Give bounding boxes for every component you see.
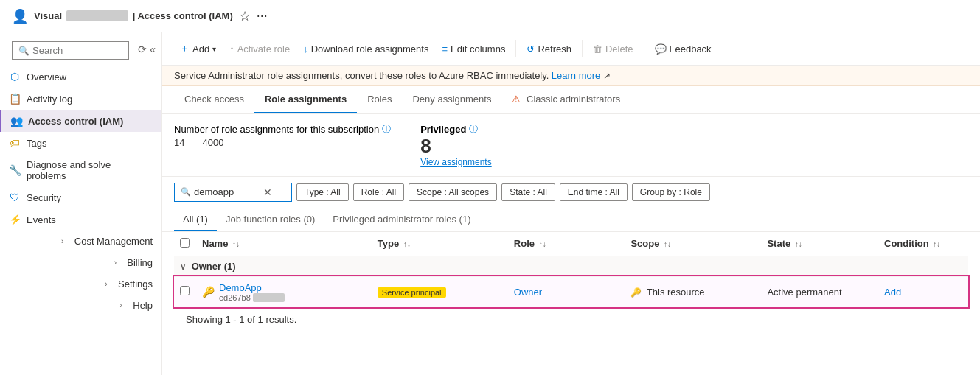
sidebar-item-security[interactable]: 🛡 Security: [0, 186, 161, 208]
sidebar-item-activity-log[interactable]: 📋 Activity log: [0, 88, 161, 110]
feedback-icon: 💬: [655, 43, 667, 55]
state-sort-icon[interactable]: ↑↓: [795, 240, 802, 248]
row-condition-cell: Add: [878, 276, 968, 307]
download-button[interactable]: ↓ Download role assignments: [297, 40, 434, 58]
user-icon: 👤: [12, 8, 28, 24]
search-icon: 🔍: [18, 46, 29, 56]
table-header-scope: Scope ↑↓: [625, 232, 761, 256]
cost-management-expand-icon: ›: [57, 237, 69, 245]
privileged-stat: Privileged ⓘ 8 View assignments: [420, 123, 492, 167]
role-sort-icon[interactable]: ↑↓: [539, 240, 546, 248]
table-header-role: Role ↑↓: [508, 232, 625, 256]
separator-2: [582, 40, 583, 57]
current-count: 14: [174, 137, 184, 148]
more-button[interactable]: ···: [257, 8, 268, 24]
stats-row: Number of role assignments for this subs…: [162, 114, 980, 177]
filter-chip-type[interactable]: Type : All: [296, 183, 349, 201]
content-area: ＋ Add ▾ ↑ Activate role ↓ Download role …: [162, 32, 980, 375]
scope-key-icon: 🔑: [630, 287, 642, 298]
role-assignments-stat: Number of role assignments for this subs…: [174, 123, 391, 148]
overview-icon: ⬡: [9, 71, 21, 83]
filter-chip-role[interactable]: Role : All: [353, 183, 404, 201]
sidebar-item-diagnose[interactable]: 🔧 Diagnose and solve problems: [0, 154, 161, 186]
table-header-condition: Condition ↑↓: [878, 232, 968, 256]
sidebar-item-access-control[interactable]: 👥 Access control (IAM): [0, 110, 161, 132]
sidebar: 🔍 ⟳ « ⬡ Overview 📋 Activity log 👥 Access…: [0, 32, 162, 375]
delete-button[interactable]: 🗑 Delete: [587, 40, 639, 58]
security-icon: 🛡: [9, 192, 21, 203]
activate-role-icon: ↑: [229, 43, 234, 55]
sidebar-item-settings[interactable]: › Settings: [0, 273, 161, 295]
privileged-info-icon: ⓘ: [469, 123, 478, 136]
sidebar-search-input[interactable]: [32, 45, 122, 56]
warning-triangle-icon: ⚠: [512, 94, 521, 105]
tab-check-access[interactable]: Check access: [174, 86, 254, 113]
name-sort-icon[interactable]: ↑↓: [232, 240, 240, 248]
table-header-type: Type ↑↓: [372, 232, 508, 256]
tab-deny-assignments[interactable]: Deny assignments: [402, 86, 501, 113]
key-icon: 🔑: [202, 286, 215, 298]
edit-columns-button[interactable]: ≡ Edit columns: [436, 40, 511, 58]
edit-columns-icon: ≡: [442, 43, 448, 55]
refresh-button[interactable]: ↺ Refresh: [521, 40, 577, 58]
scope-sort-icon[interactable]: ↑↓: [664, 240, 671, 248]
refresh-icon: ↺: [527, 43, 535, 55]
sub-tab-job-function[interactable]: Job function roles (0): [217, 208, 324, 231]
add-icon: ＋: [180, 42, 190, 55]
condition-sort-icon[interactable]: ↑↓: [933, 240, 940, 248]
view-assignments-link[interactable]: View assignments: [420, 157, 492, 167]
warning-bar: Service Administrator role assignments, …: [162, 66, 980, 86]
sidebar-item-billing[interactable]: › Billing: [0, 252, 161, 273]
row-role-link[interactable]: Owner: [514, 287, 542, 298]
help-expand-icon: ›: [115, 301, 127, 309]
table-header-checkbox: [174, 232, 196, 256]
filter-chip-end-time[interactable]: End time : All: [560, 183, 628, 201]
separator-3: [644, 40, 644, 57]
add-button[interactable]: ＋ Add ▾: [174, 38, 222, 59]
settings-expand-icon: ›: [100, 280, 112, 288]
sub-tab-privileged-admin[interactable]: Privileged administrator roles (1): [324, 208, 479, 231]
tab-role-assignments[interactable]: Role assignments: [254, 86, 357, 113]
billing-expand-icon: ›: [109, 259, 121, 267]
download-icon: ↓: [303, 43, 308, 55]
tab-classic-admins[interactable]: ⚠ Classic administrators: [501, 86, 630, 113]
sub-tab-bar: All (1) Job function roles (0) Privilege…: [162, 208, 980, 232]
table-header-state: State ↑↓: [761, 232, 878, 256]
filter-chip-state[interactable]: State : All: [501, 183, 555, 201]
access-control-icon: 👥: [10, 115, 22, 127]
group-expand-icon[interactable]: ∨: [180, 262, 186, 271]
filter-chip-group-by[interactable]: Group by : Role: [632, 183, 710, 201]
filter-clear-button[interactable]: ✕: [263, 186, 272, 198]
sidebar-item-cost-management[interactable]: › Cost Management: [0, 231, 161, 252]
results-text: Showing 1 - 1 of 1 results.: [174, 308, 968, 331]
table-area: Name ↑↓ Type ↑↓ Role ↑↓ Scope: [162, 232, 980, 375]
type-sort-icon[interactable]: ↑↓: [403, 240, 411, 248]
filter-chip-scope[interactable]: Scope : All scopes: [409, 183, 497, 201]
select-all-checkbox[interactable]: [180, 238, 190, 248]
sidebar-item-events[interactable]: ⚡ Events: [0, 208, 161, 231]
star-button[interactable]: ☆: [239, 8, 251, 24]
filter-search-icon: 🔍: [181, 187, 191, 197]
learn-more-link[interactable]: Learn more: [552, 70, 600, 81]
group-row-owner: ∨ Owner (1): [174, 256, 968, 276]
sidebar-item-tags[interactable]: 🏷 Tags: [0, 132, 161, 154]
row-condition-link[interactable]: Add: [884, 287, 901, 298]
sub-tab-all[interactable]: All (1): [174, 208, 217, 231]
filter-row: 🔍 ✕ Type : All Role : All Scope : All sc…: [162, 177, 980, 208]
sidebar-collapse-icon[interactable]: «: [150, 43, 156, 55]
feedback-button[interactable]: 💬 Feedback: [649, 40, 717, 58]
page-title: Visual | Access control (IAM): [34, 10, 233, 21]
sidebar-refresh-icon[interactable]: ⟳: [138, 43, 147, 55]
filter-search-input[interactable]: [194, 186, 260, 197]
activate-role-button[interactable]: ↑ Activate role: [223, 40, 296, 58]
top-bar: 👤 Visual | Access control (IAM) ☆ ···: [0, 0, 980, 32]
diagnose-icon: 🔧: [9, 164, 21, 176]
table-header-name: Name ↑↓: [196, 232, 372, 256]
sidebar-item-overview[interactable]: ⬡ Overview: [0, 66, 161, 88]
row-name-link[interactable]: DemoApp: [219, 282, 262, 293]
sidebar-search-box: 🔍: [12, 41, 129, 60]
row-name-sub: ed267b8: [219, 293, 251, 302]
row-checkbox[interactable]: [180, 286, 190, 295]
sidebar-item-help[interactable]: › Help: [0, 295, 161, 316]
tab-roles[interactable]: Roles: [357, 86, 402, 113]
